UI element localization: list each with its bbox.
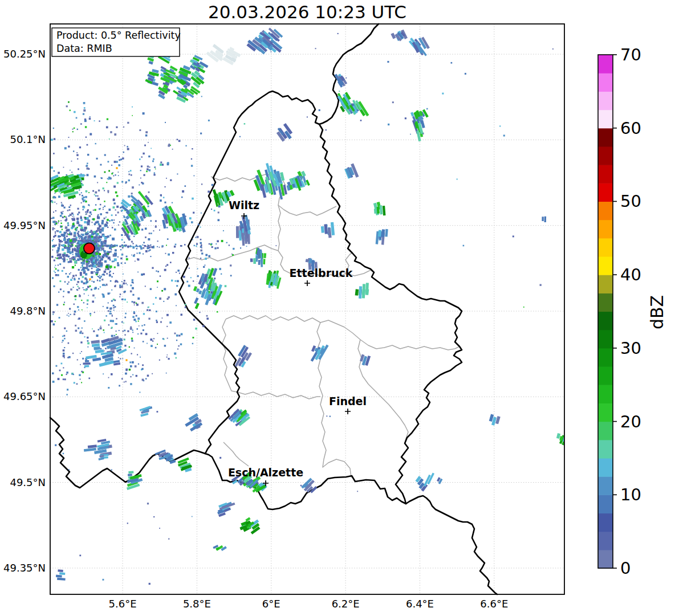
city-wiltz: Wiltz	[229, 199, 259, 219]
echo-streak	[437, 477, 442, 484]
city-ettelbruck: Ettelbruck	[290, 267, 353, 286]
echo-streak	[359, 283, 369, 299]
echo-streak	[185, 413, 202, 431]
city-label: Esch/Alzette	[228, 466, 303, 479]
reflectivity-echoes	[42, 27, 572, 580]
echo-streak	[56, 569, 66, 580]
radar-site-dot	[84, 243, 95, 254]
colorbar-tick-label: 20	[620, 412, 641, 431]
info-box: Product: 0.5° Reflectivity Data: RMIB	[52, 28, 181, 56]
figure-title: 20.03.2026 10:23 UTC	[208, 2, 406, 22]
info-data-source: Data: RMIB	[56, 43, 112, 54]
y-tick-label: 49.8°N	[10, 305, 46, 317]
x-tick-label: 6.2°E	[332, 598, 360, 610]
y-tick-label: 49.35°N	[3, 562, 46, 574]
echo-streak	[360, 354, 371, 366]
echo-streak	[116, 345, 127, 354]
x-tick-label: 5.8°E	[183, 598, 211, 610]
y-tick-label: 50.1°N	[10, 133, 46, 145]
colorbar-tick-label: 40	[620, 265, 641, 284]
plot-frame	[50, 24, 564, 594]
echo-streak	[99, 353, 114, 367]
colorbar: 010203040506070	[598, 45, 641, 578]
y-tick-label: 50.25°N	[3, 48, 46, 60]
city-label: Ettelbruck	[290, 267, 353, 279]
radar-site-marker	[84, 243, 95, 254]
echo-streak	[190, 75, 204, 88]
echo-streak	[84, 444, 97, 452]
gridlines	[50, 24, 564, 594]
echo-streak	[489, 414, 501, 426]
ground-clutter	[51, 33, 554, 585]
echo-streak	[83, 360, 90, 368]
echo-streak	[424, 472, 434, 486]
echo-streak	[97, 439, 110, 450]
colorbar-tick-label: 60	[620, 119, 641, 138]
colorbar-tick-label: 50	[620, 191, 641, 211]
colorbar-tick-label: 70	[620, 45, 641, 64]
info-product: Product: 0.5° Reflectivity	[56, 30, 181, 41]
x-tick-label: 6°E	[262, 598, 280, 610]
colorbar-axis-label: dBZ	[647, 295, 667, 329]
y-tick-label: 49.65°N	[3, 390, 46, 402]
echo-streak	[222, 48, 241, 65]
y-axis-labels: 49.35°N49.5°N49.65°N49.8°N49.95°N50.1°N5…	[3, 48, 46, 574]
x-tick-label: 6.4°E	[406, 598, 434, 610]
region-borders	[186, 174, 460, 478]
radar-map-figure: 20.03.2026 10:23 UTC WiltzEttelbruckFind…	[0, 0, 675, 616]
y-tick-label: 49.5°N	[10, 476, 46, 488]
x-tick-label: 5.6°E	[109, 598, 137, 610]
echo-streak	[234, 357, 246, 368]
echo-streak	[160, 66, 166, 74]
colorbar-tick-label: 30	[620, 338, 641, 358]
echo-streak	[542, 217, 546, 222]
y-tick-label: 49.95°N	[3, 219, 46, 231]
city-plus-marker	[304, 280, 310, 286]
x-axis-labels: 5.6°E5.8°E6°E6.2°E6.4°E6.6°E	[109, 598, 509, 610]
echo-streak	[556, 433, 571, 442]
city-label: Wiltz	[229, 199, 259, 211]
city-label: Findel	[329, 395, 367, 407]
colorbar-tick-label: 0	[620, 558, 631, 578]
echo-streak	[250, 258, 256, 264]
country-borders	[50, 24, 497, 594]
x-tick-label: 6.6°E	[480, 598, 508, 610]
colorbar-tick-label: 10	[620, 485, 641, 504]
city-findel: Findel	[329, 395, 367, 414]
